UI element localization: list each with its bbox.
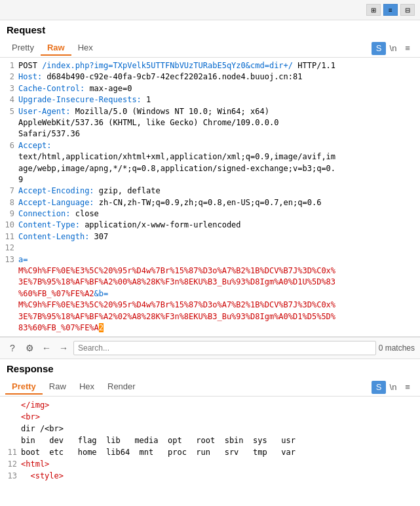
request-line-13: 13 a= M%C9h%FF%0E%E3%5C%20%95r%D4w%7Br%1… bbox=[4, 254, 416, 334]
request-line-7: 7 Accept-Encoding: gzip, deflate bbox=[4, 185, 416, 197]
response-line-13: 13 <style> bbox=[4, 470, 416, 482]
settings-icon-btn[interactable]: ⚙ bbox=[22, 341, 37, 355]
tab-response-hex[interactable]: Hex bbox=[73, 380, 101, 395]
tab-response-render[interactable]: Render bbox=[101, 380, 142, 395]
help-icon-btn[interactable]: ? bbox=[5, 341, 20, 355]
request-newline-icon[interactable]: \n bbox=[386, 42, 400, 55]
request-line-2: 2 Host: d684b490-c92e-40fa-9cb7-42ecf220… bbox=[4, 71, 416, 83]
response-newline-icon[interactable]: \n bbox=[386, 381, 400, 394]
request-line-10: 10 Content-Type: application/x-www-form-… bbox=[4, 220, 416, 231]
tab-request-raw[interactable]: Raw bbox=[41, 41, 71, 56]
request-line-9: 9 Connection: close bbox=[4, 208, 416, 220]
request-line-12: 12 bbox=[4, 243, 416, 254]
tab-response-raw[interactable]: Raw bbox=[43, 380, 73, 395]
response-line-1: </img> bbox=[4, 399, 416, 411]
response-menu-icon[interactable]: ≡ bbox=[400, 381, 415, 394]
search-input[interactable] bbox=[73, 341, 376, 355]
request-menu-icon[interactable]: ≡ bbox=[400, 42, 415, 55]
response-line-11: 11 boot etc home lib64 mnt proc run srv … bbox=[4, 446, 416, 458]
tab-request-pretty[interactable]: Pretty bbox=[5, 41, 41, 56]
response-panel: Response Pretty Raw Hex Render S \n ≡ </… bbox=[0, 359, 420, 482]
tab-response-pretty[interactable]: Pretty bbox=[5, 380, 43, 395]
request-line-11: 11 Content-Length: 307 bbox=[4, 231, 416, 243]
response-line-12: 12 <html> bbox=[4, 458, 416, 470]
search-bar: ? ⚙ ← → 0 matches bbox=[0, 337, 420, 359]
request-panel: Request Pretty Raw Hex S \n ≡ 1 POST /in… bbox=[0, 20, 420, 337]
response-title: Response bbox=[0, 359, 420, 378]
list-view-btn[interactable]: ≡ bbox=[383, 4, 398, 16]
tab-request-hex[interactable]: Hex bbox=[71, 41, 100, 56]
split-view-btn[interactable]: ⊟ bbox=[400, 4, 415, 16]
request-line-8: 8 Accept-Language: zh-CN,zh-TW;q=0.9,zh;… bbox=[4, 197, 416, 208]
response-line-3: dir /<br> bbox=[4, 423, 416, 435]
response-line-2: <br> bbox=[4, 411, 416, 423]
request-format-icon[interactable]: S bbox=[372, 42, 386, 55]
grid-view-btn[interactable]: ⊞ bbox=[366, 4, 381, 16]
request-line-3: 3 Cache-Control: max-age=0 bbox=[4, 83, 416, 94]
request-line-5: 5 User-Agent: Mozilla/5.0 (Windows NT 10… bbox=[4, 106, 416, 140]
matches-count: 0 matches bbox=[379, 343, 415, 353]
back-btn[interactable]: ← bbox=[39, 341, 54, 355]
response-tabs-row: Pretty Raw Hex Render S \n ≡ bbox=[0, 378, 420, 397]
response-code-area: </img> <br> dir /<br> bin dev flag lib m… bbox=[0, 397, 420, 482]
request-line-4: 4 Upgrade-Insecure-Requests: 1 bbox=[4, 94, 416, 106]
forward-btn[interactable]: → bbox=[56, 341, 71, 355]
top-toolbar: ⊞ ≡ ⊟ bbox=[0, 0, 420, 20]
request-tabs-row: Pretty Raw Hex S \n ≡ bbox=[0, 39, 420, 58]
request-line-6: 6 Accept: text/html,application/xhtml+xm… bbox=[4, 140, 416, 186]
request-code-area: 1 POST /index.php?img=TXpVelk5UTTFNbVUzT… bbox=[0, 58, 420, 336]
response-format-icon[interactable]: S bbox=[372, 381, 386, 394]
request-title: Request bbox=[0, 20, 420, 39]
response-line-4: bin dev flag lib media opt root sbin sys… bbox=[4, 435, 416, 446]
request-line-1: 1 POST /index.php?img=TXpVelk5UTTFNbVUzT… bbox=[4, 60, 416, 71]
